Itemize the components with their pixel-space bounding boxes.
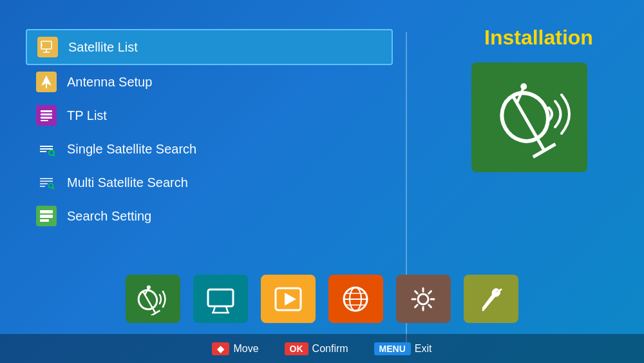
bottom-icon-tools[interactable]: [464, 275, 518, 323]
bottom-section: [0, 275, 644, 331]
menu-item-satellite-list[interactable]: Satellite List: [26, 29, 393, 65]
svg-point-47: [418, 294, 428, 304]
icon-bar: [126, 275, 518, 323]
move-label: Move: [233, 343, 258, 355]
svg-point-27: [519, 82, 528, 91]
satellite-illustration: [481, 72, 578, 162]
svg-rect-22: [40, 215, 53, 218]
svg-rect-9: [41, 120, 48, 121]
status-bar: ◆ Move OK Confirm MENU Exit: [0, 334, 644, 363]
satellite-list-label: Satellite List: [68, 40, 138, 55]
status-move: ◆ Move: [212, 342, 258, 355]
svg-rect-7: [41, 113, 52, 115]
svg-rect-8: [41, 117, 52, 119]
bottom-icon-media[interactable]: [261, 275, 316, 323]
confirm-label: Confirm: [312, 343, 348, 355]
svg-line-48: [483, 291, 499, 310]
menu-list: Satellite List Antenna Setup: [26, 29, 393, 233]
satellite-icon-box: [471, 63, 587, 172]
svg-rect-0: [41, 41, 52, 49]
svg-rect-21: [40, 210, 53, 213]
status-exit: MENU Exit: [374, 342, 432, 355]
antenna-setup-label: Antenna Setup: [67, 75, 152, 90]
svg-line-31: [143, 291, 153, 308]
menu-item-tp-list[interactable]: TP List: [26, 99, 393, 132]
tp-list-icon: [36, 105, 57, 126]
exit-label: Exit: [415, 343, 432, 355]
multi-search-icon: [36, 172, 57, 193]
svg-rect-6: [41, 110, 52, 112]
svg-rect-36: [208, 289, 233, 306]
single-search-icon: [36, 139, 57, 159]
multi-satellite-search-label: Multi Satellite Search: [67, 175, 188, 190]
bottom-icon-satellite[interactable]: [126, 275, 180, 323]
ok-key-badge: OK: [285, 342, 308, 355]
antenna-icon: [36, 72, 57, 92]
svg-rect-23: [40, 219, 49, 222]
search-setting-icon: [36, 206, 57, 226]
menu-item-single-satellite-search[interactable]: Single Satellite Search: [26, 132, 393, 166]
svg-line-28: [537, 138, 544, 150]
svg-point-13: [49, 150, 54, 155]
svg-point-19: [49, 184, 53, 188]
menu-item-antenna-setup[interactable]: Antenna Setup: [26, 65, 393, 99]
svg-line-20: [53, 188, 55, 190]
move-key-badge: ◆: [212, 342, 229, 355]
status-confirm: OK Confirm: [285, 342, 348, 355]
menu-key-badge: MENU: [374, 342, 411, 355]
single-satellite-search-label: Single Satellite Search: [67, 142, 196, 157]
bottom-icon-tv[interactable]: [193, 275, 248, 323]
svg-line-35: [151, 310, 160, 315]
bottom-icon-settings[interactable]: [396, 275, 451, 323]
bottom-icon-globe[interactable]: [328, 275, 383, 323]
svg-point-33: [146, 284, 151, 289]
menu-item-search-setting[interactable]: Search Setting: [26, 199, 393, 233]
menu-item-multi-satellite-search[interactable]: Multi Satellite Search: [26, 166, 393, 199]
search-setting-label: Search Setting: [67, 209, 151, 224]
satellite-list-icon: [37, 37, 58, 57]
installation-title: Installation: [484, 26, 593, 50]
tp-list-label: TP List: [67, 108, 107, 123]
svg-line-14: [53, 155, 55, 156]
svg-line-49: [499, 289, 501, 291]
svg-marker-41: [285, 293, 296, 306]
svg-line-29: [533, 144, 556, 157]
svg-line-34: [153, 308, 156, 313]
